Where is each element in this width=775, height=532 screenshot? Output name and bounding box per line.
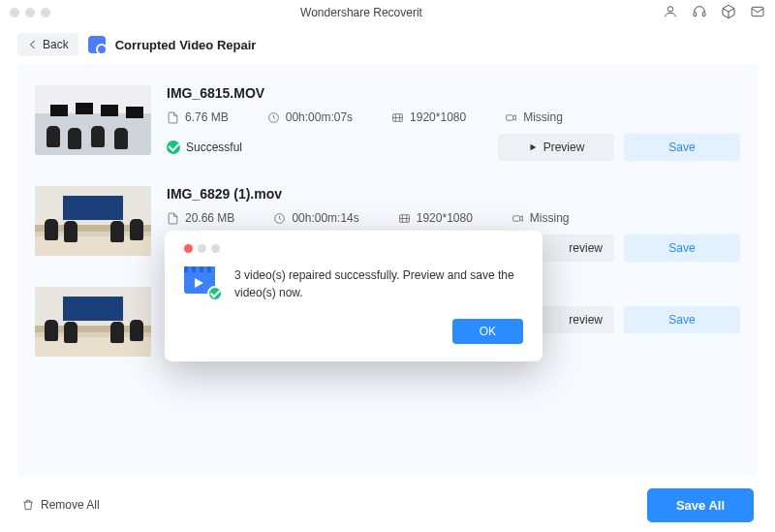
cube-icon[interactable] [721, 4, 736, 22]
video-thumbnail[interactable] [35, 186, 151, 256]
dialog-window-controls[interactable] [184, 244, 523, 253]
maximize-window-icon[interactable] [41, 8, 50, 17]
clock-icon [273, 212, 286, 225]
save-button[interactable]: Save [624, 235, 740, 262]
svg-rect-6 [507, 114, 513, 119]
save-all-button[interactable]: Save All [647, 488, 754, 522]
svg-rect-9 [512, 215, 519, 220]
camera-icon [505, 111, 517, 124]
svg-rect-2 [702, 12, 705, 16]
video-thumbnail[interactable] [35, 85, 151, 155]
trash-icon [21, 498, 35, 512]
resolution-icon [398, 212, 411, 225]
svg-point-0 [667, 6, 672, 11]
close-window-icon[interactable] [10, 8, 19, 17]
status-badge: Successful [167, 141, 242, 154]
play-icon [528, 142, 538, 152]
page-title: Corrupted Video Repair [115, 38, 257, 52]
account-icon[interactable] [663, 4, 678, 22]
preview-button[interactable]: Preview [498, 134, 614, 161]
page-header: Back Corrupted Video Repair [0, 25, 775, 64]
back-label: Back [43, 38, 69, 51]
camera-icon [512, 212, 524, 225]
check-circle-icon [167, 141, 180, 154]
app-title: Wondershare Recoverit [60, 6, 663, 19]
remove-all-button[interactable]: Remove All [21, 498, 100, 512]
file-name: IMG_6829 (1).mov [167, 186, 740, 202]
success-dialog: 3 video(s) repaired successfully. Previe… [165, 231, 542, 361]
title-bar: Wondershare Recoverit [0, 0, 775, 25]
resolution-icon [391, 111, 404, 124]
file-name: IMG_6815.MOV [167, 85, 740, 101]
maximize-icon[interactable] [211, 244, 220, 253]
support-headset-icon[interactable] [692, 4, 707, 22]
top-right-icons [663, 4, 765, 22]
save-button[interactable]: Save [624, 306, 740, 333]
close-icon[interactable] [184, 244, 193, 253]
window-controls[interactable] [10, 8, 50, 17]
dialog-message: 3 video(s) repaired successfully. Previe… [234, 266, 523, 301]
clock-icon [267, 111, 280, 124]
repair-success-icon [184, 266, 219, 297]
save-button[interactable]: Save [624, 134, 740, 161]
file-meta: 6.76 MB 00h:00m:07s 1920*1080 Missing [167, 110, 740, 124]
mail-icon[interactable] [750, 4, 765, 22]
back-button[interactable]: Back [17, 33, 78, 56]
file-meta: 20.66 MB 00h:00m:14s 1920*1080 Missing [167, 211, 740, 225]
file-row: IMG_6815.MOV 6.76 MB 00h:00m:07s 1920*10… [35, 76, 740, 176]
file-icon [167, 111, 179, 124]
svg-rect-3 [752, 7, 763, 16]
video-thumbnail[interactable] [35, 287, 151, 357]
ok-button[interactable]: OK [452, 319, 523, 344]
arrow-left-icon [27, 39, 39, 50]
minimize-icon[interactable] [198, 244, 206, 253]
svg-rect-1 [694, 12, 697, 16]
footer-bar: Remove All Save All [0, 478, 775, 532]
file-icon [167, 212, 179, 225]
feature-icon [88, 36, 106, 53]
minimize-window-icon[interactable] [25, 8, 35, 17]
